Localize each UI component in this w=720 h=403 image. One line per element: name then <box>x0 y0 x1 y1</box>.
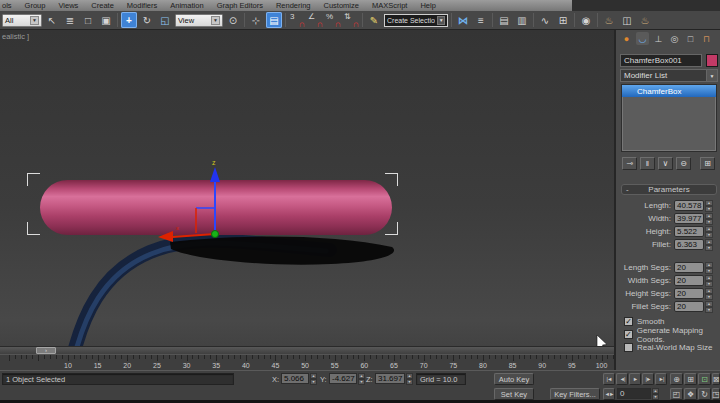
parameter-spinner[interactable]: ▲▼ <box>705 213 713 224</box>
segment-value-field[interactable]: 20 <box>674 275 704 286</box>
object-name-field[interactable]: ChamferBox001 <box>620 54 702 67</box>
remove-modifier-icon[interactable]: ⊖ <box>676 157 691 170</box>
next-frame-button[interactable]: |► <box>642 373 654 385</box>
configure-modifier-sets-icon[interactable]: ⊞ <box>700 157 715 170</box>
menu-item-modifiers[interactable]: Modifiers <box>127 1 157 10</box>
menu-item-ols[interactable]: ols <box>2 1 12 10</box>
z-coordinate-spinner[interactable]: ▲▼ <box>406 373 413 384</box>
gizmo-x-arrowhead[interactable] <box>158 231 173 242</box>
go-to-end-button[interactable]: ►| <box>655 373 667 385</box>
select-and-rotate-icon[interactable]: ↻ <box>139 12 155 28</box>
edit-named-selection-sets-icon[interactable]: ✎ <box>366 12 382 28</box>
parameter-value-field[interactable]: 6.363 <box>674 239 704 250</box>
parameter-value-field[interactable]: 40.578 <box>674 200 704 211</box>
dropdown-arrow-icon[interactable]: ▼ <box>706 70 717 81</box>
segment-spinner[interactable]: ▲▼ <box>705 275 713 286</box>
schematic-view-icon[interactable]: ⊞ <box>555 12 571 28</box>
y-coordinate-spinner[interactable]: ▲▼ <box>358 373 365 384</box>
maximize-viewport-icon[interactable]: ◳ <box>712 388 720 400</box>
play-button[interactable]: ► <box>629 373 641 385</box>
select-and-manipulate-icon[interactable]: ⊹ <box>248 12 264 28</box>
parameter-value-field[interactable]: 39.977 <box>674 213 704 224</box>
x-coordinate-field[interactable]: 5.066 <box>281 373 309 384</box>
spinner-snap-toggle-icon[interactable]: ⇅∩ <box>343 12 359 28</box>
dropdown-arrow-icon[interactable]: ▼ <box>437 16 445 25</box>
reference-coordinate-system-dropdown[interactable]: View▼ <box>175 14 223 27</box>
menu-item-customize[interactable]: Customize <box>324 1 359 10</box>
parameter-spinner[interactable]: ▲▼ <box>705 239 713 250</box>
align-icon[interactable]: ≡ <box>473 12 489 28</box>
angle-snap-toggle-icon[interactable]: ∠∩ <box>307 12 323 28</box>
segment-value-field[interactable]: 20 <box>674 301 704 312</box>
pin-stack-icon[interactable]: ⊸ <box>622 157 637 170</box>
mirror-icon[interactable]: ⋈ <box>455 12 471 28</box>
zoom-icon[interactable]: ⊕ <box>670 373 683 385</box>
make-unique-icon[interactable]: ∨ <box>658 157 673 170</box>
segment-value-field[interactable]: 20 <box>674 262 704 273</box>
y-coordinate-field[interactable]: -4.627 <box>329 373 357 384</box>
keyboard-shortcut-override-icon[interactable]: ▤ <box>266 12 282 28</box>
parameter-value-field[interactable]: 5.522 <box>674 226 704 237</box>
modify-tab-icon[interactable]: ◡ <box>636 32 649 45</box>
graphite-ribbon-icon[interactable]: ▥ <box>514 12 530 28</box>
zoom-region-icon[interactable]: ◰ <box>670 388 683 400</box>
time-slider-handle[interactable]: › <box>36 347 56 354</box>
percent-snap-toggle-icon[interactable]: %∩ <box>325 12 341 28</box>
show-end-result-icon[interactable]: ‖ <box>640 157 655 170</box>
zoom-extents-icon[interactable]: ⊡ <box>698 373 711 385</box>
dropdown-arrow-icon[interactable]: ▼ <box>211 16 220 25</box>
dropdown-arrow-icon[interactable]: ▼ <box>30 16 39 25</box>
gizmo-center-handle[interactable] <box>212 231 219 238</box>
current-frame-field[interactable]: 0 <box>617 388 651 399</box>
select-and-move-icon[interactable]: + <box>121 12 137 28</box>
z-coordinate-field[interactable]: 31.697 <box>375 373 405 384</box>
gizmo-z-arrowhead[interactable] <box>210 167 220 182</box>
display-tab-icon[interactable]: □ <box>684 32 697 45</box>
menu-item-maxscript[interactable]: MAXScript <box>372 1 407 10</box>
perspective-viewport[interactable]: ealistic ] z x <box>0 30 614 346</box>
zoom-extents-all-icon[interactable]: ⊠ <box>712 373 720 385</box>
object-color-swatch[interactable] <box>706 54 718 67</box>
hierarchy-tab-icon[interactable]: ⊥ <box>652 32 665 45</box>
x-coordinate-spinner[interactable]: ▲▼ <box>310 373 317 384</box>
named-selection-set-dropdown[interactable]: Create Selection S▼ <box>384 14 448 27</box>
select-object-icon[interactable]: ↖ <box>44 12 60 28</box>
key-filters-button[interactable]: Key Filters... <box>550 388 600 400</box>
window-crossing-icon[interactable]: ▣ <box>98 12 114 28</box>
segment-spinner[interactable]: ▲▼ <box>705 301 713 312</box>
real-world-map-size-checkbox[interactable] <box>624 343 633 352</box>
menu-item-graph-editors[interactable]: Graph Editors <box>217 1 263 10</box>
material-editor-icon[interactable]: ◉ <box>578 12 594 28</box>
segment-value-field[interactable]: 20 <box>674 288 704 299</box>
parameter-spinner[interactable]: ▲▼ <box>705 226 713 237</box>
menu-item-create[interactable]: Create <box>91 1 114 10</box>
arc-rotate-icon[interactable]: ↻ <box>698 388 711 400</box>
menu-item-views[interactable]: Views <box>58 1 78 10</box>
select-by-name-icon[interactable]: ≣ <box>62 12 78 28</box>
snaps-toggle-icon[interactable]: 3∩ <box>289 12 305 28</box>
selection-filter-dropdown[interactable]: All▼ <box>2 14 42 27</box>
rectangular-selection-region-icon[interactable]: □ <box>80 12 96 28</box>
segment-spinner[interactable]: ▲▼ <box>705 262 713 273</box>
menu-item-animation[interactable]: Animation <box>170 1 203 10</box>
menu-item-help[interactable]: Help <box>420 1 435 10</box>
previous-frame-button[interactable]: ◄| <box>616 373 628 385</box>
modifier-stack-item[interactable]: ChamferBox <box>622 85 716 97</box>
generate-mapping-coords--checkbox[interactable]: ✓ <box>624 330 633 339</box>
parameters-rollout-header[interactable]: - Parameters <box>621 184 717 195</box>
use-pivot-point-center-icon[interactable]: ⊙ <box>225 12 241 28</box>
gizmo-x-axis[interactable] <box>172 234 215 237</box>
motion-tab-icon[interactable]: ◎ <box>668 32 681 45</box>
key-mode-toggle-icon[interactable]: ◄► <box>603 388 615 400</box>
current-frame-spinner[interactable]: ▲▼ <box>652 388 659 399</box>
manage-layers-icon[interactable]: ▤ <box>496 12 512 28</box>
modifier-list-dropdown[interactable]: Modifier List ▼ <box>620 69 718 82</box>
auto-key-button[interactable]: Auto Key <box>494 373 534 385</box>
go-to-start-button[interactable]: |◄ <box>603 373 615 385</box>
rollout-collapse-icon[interactable]: - <box>626 185 629 194</box>
time-slider-track[interactable]: › <box>0 346 614 354</box>
create-tab-icon[interactable]: ● <box>620 32 633 45</box>
select-and-scale-icon[interactable]: ◱ <box>157 12 173 28</box>
rendered-frame-window-icon[interactable]: ◫ <box>619 12 635 28</box>
zoom-all-icon[interactable]: ⊞ <box>684 373 697 385</box>
